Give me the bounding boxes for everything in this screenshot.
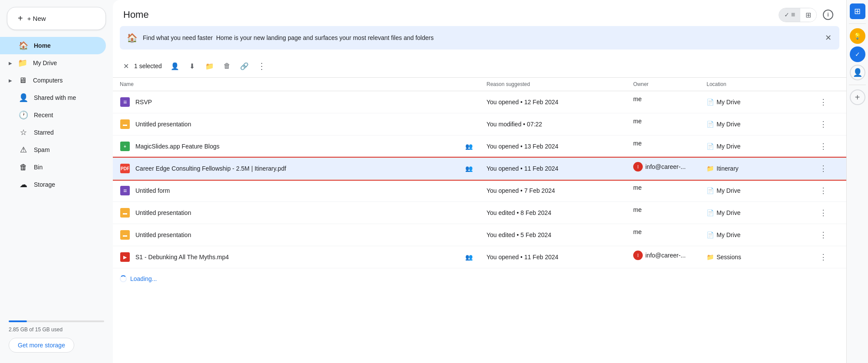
location-cell: 📄 My Drive [707, 143, 803, 150]
reason-cell: You opened • 7 Feb 2024 [480, 180, 626, 202]
grid-view-button[interactable]: ⊞ [800, 8, 816, 22]
owner-cell: Iinfo@career-... [626, 158, 700, 176]
owner-name: me [633, 184, 641, 191]
sidebar-item-starred[interactable]: ☆ Starred [0, 124, 106, 141]
sidebar-item-label-starred: Starred [34, 129, 99, 136]
sidebar-item-storage[interactable]: ☁ Storage [0, 176, 106, 193]
grid-icon: ⊞ [806, 11, 811, 19]
sidebar-item-my-drive[interactable]: ▶ 📁 My Drive [0, 54, 106, 72]
file-rows: ≡ RSVP You opened • 12 Feb 2024 me 📄 My … [113, 91, 846, 268]
sidebar-item-label-spam: Spam [34, 146, 99, 153]
file-icon: PDF [120, 163, 130, 174]
sidebar-item-label-shared-with-me: Shared with me [34, 94, 99, 101]
sidebar-item-label-home: Home [34, 42, 99, 49]
sheets-app-icon[interactable]: ⊞ [850, 3, 865, 19]
location-icon: 📄 [707, 99, 714, 106]
checkmark-icon: ✓ [784, 11, 789, 18]
table-row[interactable]: ▬ Untitled presentation You modified • 0… [113, 113, 846, 135]
row-more-button[interactable]: ⋮ [817, 184, 830, 197]
location-cell: 📄 My Drive [707, 231, 803, 238]
sidebar-divider-1 [849, 23, 866, 24]
add-person-icon: 👤 [171, 62, 179, 70]
tasks-app-icon[interactable]: ✓ [850, 46, 865, 62]
file-name: Untitled form [135, 187, 473, 194]
info-banner: 🏠 Find what you need faster Home is your… [120, 26, 839, 50]
nav-icon-home: 🏠 [19, 41, 28, 50]
location-name: My Drive [717, 231, 740, 238]
table-row[interactable]: PDF Career Edge Consulting Fellowship - … [113, 158, 846, 180]
new-button[interactable]: + + New [7, 7, 106, 30]
table-row[interactable]: + MagicSlides.app Feature Blogs 👥 You op… [113, 135, 846, 158]
row-more-button[interactable]: ⋮ [817, 206, 830, 219]
info-button[interactable]: i [820, 7, 836, 23]
info-icon: i [823, 10, 833, 20]
banner-close-button[interactable]: ✕ [824, 32, 832, 43]
more-actions-button[interactable]: ⋮ [254, 58, 270, 74]
table-header: Name Reason suggested Owner Location [113, 78, 846, 91]
banner-body: Home is your new landing page and surfac… [216, 34, 434, 41]
keep-app-icon[interactable]: 💡 [850, 28, 865, 44]
toolbar: ✕ 1 selected 👤 ⬇ 📁 🗑 🔗 ⋮ [113, 55, 846, 78]
file-icon: ▶ [120, 252, 130, 262]
row-more-button[interactable]: ⋮ [817, 118, 830, 131]
owner-cell: me [626, 113, 700, 129]
location-cell: 📁 Sessions [707, 254, 803, 261]
page-title: Home [123, 9, 149, 20]
location-cell: 📁 Itinerary [707, 165, 803, 172]
shared-icon: 👥 [465, 254, 473, 261]
link-icon: 🔗 [240, 62, 249, 70]
col-actions [810, 78, 847, 91]
move-to-folder-button[interactable]: 📁 [202, 58, 217, 74]
sidebar-item-home[interactable]: 🏠 Home [0, 37, 106, 54]
file-icon: ▬ [120, 230, 130, 240]
table-row[interactable]: ≡ RSVP You opened • 12 Feb 2024 me 📄 My … [113, 91, 846, 113]
file-name: Career Edge Consulting Fellowship - 2.5M… [135, 165, 457, 172]
table-row[interactable]: ▬ Untitled presentation You edited • 8 F… [113, 202, 846, 224]
sidebar-item-bin[interactable]: 🗑 Bin [0, 158, 106, 176]
location-icon: 📄 [707, 121, 714, 128]
expand-icon: ▶ [9, 78, 12, 83]
nav-icon-recent: 🕐 [19, 111, 28, 119]
owner-cell: me [626, 202, 700, 218]
row-more-button[interactable]: ⋮ [817, 251, 830, 264]
storage-bar [9, 320, 27, 322]
location-name: My Drive [717, 99, 740, 106]
owner-cell: me [626, 135, 700, 151]
location-name: Sessions [717, 254, 741, 261]
contacts-app-icon[interactable]: 👤 [850, 65, 865, 80]
file-icon: ≡ [120, 185, 130, 196]
table-row[interactable]: ▬ Untitled presentation You edited • 5 F… [113, 224, 846, 246]
new-button-label: + New [27, 15, 46, 22]
owner-cell: me [626, 180, 700, 195]
get-more-storage-button[interactable]: Get more storage [9, 338, 74, 353]
share-button[interactable]: 👤 [167, 58, 183, 74]
owner-cell: Iinfo@career-... [626, 246, 700, 264]
add-app-button[interactable]: + [850, 89, 865, 105]
download-button[interactable]: ⬇ [184, 58, 200, 74]
sidebar-item-shared-with-me[interactable]: 👤 Shared with me [0, 89, 106, 106]
reason-cell: You modified • 07:22 [480, 113, 626, 135]
list-view-button[interactable]: ✓ ≡ [779, 8, 800, 22]
right-app-sidebar: ⊞ 💡 ✓ 👤 + [846, 0, 868, 363]
table-row[interactable]: ≡ Untitled form You opened • 7 Feb 2024 … [113, 180, 846, 202]
row-more-button[interactable]: ⋮ [817, 140, 830, 153]
row-more-button[interactable]: ⋮ [817, 228, 830, 241]
sidebar-item-computers[interactable]: ▶ 🖥 Computers [0, 72, 106, 89]
deselect-button[interactable]: ✕ [120, 58, 132, 74]
owner-cell: me [626, 224, 700, 240]
row-more-button[interactable]: ⋮ [817, 96, 830, 109]
sidebar-item-recent[interactable]: 🕐 Recent [0, 106, 106, 124]
file-icon: + [120, 141, 130, 152]
get-link-button[interactable]: 🔗 [237, 58, 252, 74]
file-icon: ▬ [120, 208, 130, 218]
table-row[interactable]: ▶ S1 - Debunking All The Myths.mp4 👥 You… [113, 246, 846, 268]
trash-icon: 🗑 [224, 62, 230, 70]
owner-avatar: I [633, 162, 643, 172]
delete-button[interactable]: 🗑 [219, 58, 235, 74]
reason-cell: You opened • 12 Feb 2024 [480, 91, 626, 113]
owner-name: info@career-... [645, 252, 686, 259]
nav-items: 🏠 Home ▶ 📁 My Drive ▶ 🖥 Computers 👤 Shar… [0, 37, 113, 193]
reason-cell: You opened • 11 Feb 2024 [480, 246, 626, 268]
sidebar-item-spam[interactable]: ⚠ Spam [0, 141, 106, 158]
row-more-button[interactable]: ⋮ [817, 162, 830, 175]
